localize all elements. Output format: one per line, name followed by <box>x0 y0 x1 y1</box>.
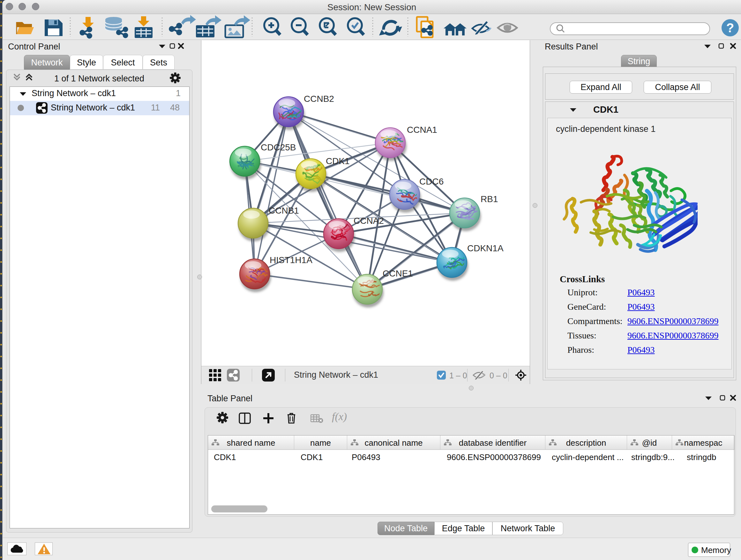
svg-text:CCNE1: CCNE1 <box>383 268 413 278</box>
svg-text:?: ? <box>726 21 734 35</box>
svg-text:CCNA1: CCNA1 <box>407 125 437 135</box>
svg-text:CDKN1A: CDKN1A <box>467 243 503 253</box>
svg-text:CCNA2: CCNA2 <box>354 216 384 226</box>
svg-text:RB1: RB1 <box>481 194 498 204</box>
svg-text:CDK1: CDK1 <box>326 156 350 166</box>
svg-text:HIST1H1A: HIST1H1A <box>270 255 313 265</box>
svg-text:CDC6: CDC6 <box>419 177 444 186</box>
svg-text:CCNB2: CCNB2 <box>304 94 334 104</box>
svg-text:CCNB1: CCNB1 <box>269 206 299 215</box>
svg-text:CDC25B: CDC25B <box>261 142 296 152</box>
